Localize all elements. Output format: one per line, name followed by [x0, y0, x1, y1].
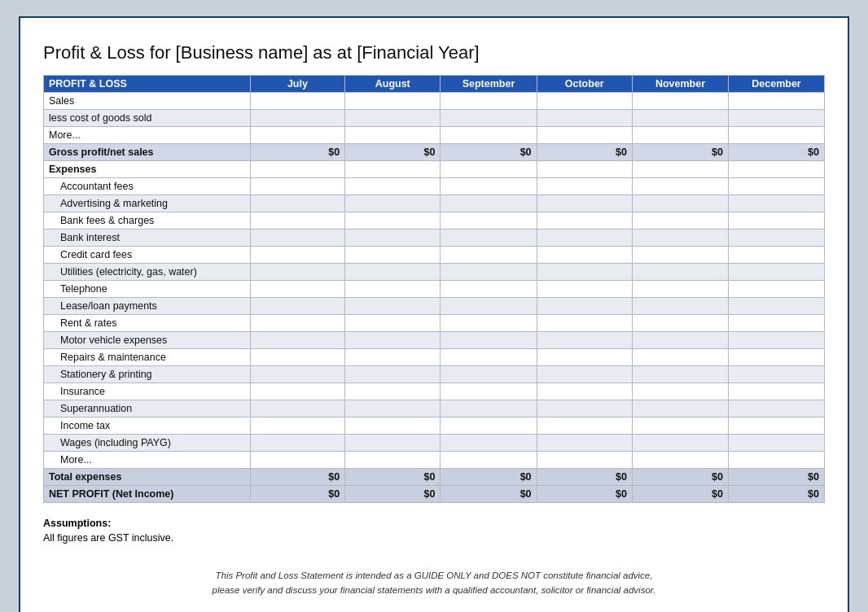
row-value: $0	[250, 469, 344, 486]
table-row: Advertising & marketing	[44, 195, 825, 212]
row-value	[441, 400, 537, 417]
row-value	[537, 298, 632, 315]
header-label: PROFIT & LOSS	[44, 76, 251, 93]
table-row: Expenses	[44, 161, 825, 178]
header-month-october: October	[537, 76, 632, 93]
row-value	[537, 281, 632, 298]
row-value: $0	[345, 486, 441, 503]
row-value	[632, 230, 728, 247]
row-value	[345, 264, 441, 281]
row-value: $0	[250, 486, 344, 503]
row-value	[632, 315, 728, 332]
row-value	[441, 264, 537, 281]
table-row: NET PROFIT (Net Income)$0$0$0$0$0$0	[44, 486, 825, 503]
header-month-july: July	[250, 76, 344, 93]
row-value	[537, 349, 632, 366]
row-value: $0	[728, 469, 824, 486]
row-value	[441, 212, 537, 230]
row-value	[441, 332, 537, 349]
row-value	[441, 230, 537, 247]
profit-loss-table: PROFIT & LOSSJulyAugustSeptemberOctoberN…	[43, 75, 825, 503]
row-value	[537, 247, 632, 264]
row-value: $0	[441, 469, 537, 486]
row-value	[441, 383, 537, 400]
row-value	[728, 417, 824, 435]
row-value	[537, 93, 632, 110]
row-value: $0	[250, 144, 344, 161]
row-value	[250, 281, 344, 298]
header-month-november: November	[632, 76, 728, 93]
row-value	[345, 298, 441, 315]
row-label: Total expenses	[44, 469, 251, 486]
row-value	[345, 161, 441, 178]
row-value	[250, 247, 344, 264]
row-value	[728, 230, 824, 247]
row-value	[728, 212, 824, 230]
row-value	[728, 178, 824, 195]
table-row: More...	[44, 127, 825, 144]
row-value	[537, 230, 632, 247]
row-label: Stationery & printing	[44, 366, 251, 383]
row-value	[250, 212, 344, 230]
row-value: $0	[728, 144, 824, 161]
table-row: More...	[44, 452, 825, 469]
row-label: Accountant fees	[44, 178, 251, 195]
row-value	[345, 93, 441, 110]
row-label: Rent & rates	[44, 315, 251, 332]
header-month-august: August	[345, 76, 441, 93]
table-row: Credit card fees	[44, 247, 825, 264]
assumptions-section: Assumptions: All figures are GST inclusi…	[43, 518, 825, 544]
table-row: Superannuation	[44, 400, 825, 417]
table-row: Repairs & maintenance	[44, 349, 825, 366]
row-value	[345, 127, 441, 144]
row-value	[632, 298, 728, 315]
row-value	[345, 435, 441, 452]
row-value	[632, 127, 728, 144]
row-value	[632, 161, 728, 178]
row-label: Superannuation	[44, 400, 251, 417]
row-value	[537, 400, 632, 417]
row-value	[632, 400, 728, 417]
row-value	[537, 383, 632, 400]
row-value	[250, 332, 344, 349]
row-value	[632, 435, 728, 452]
row-value	[537, 110, 632, 127]
row-label: less cost of goods sold	[44, 110, 251, 127]
row-value	[250, 452, 344, 469]
table-row: Stationery & printing	[44, 366, 825, 383]
row-label: Gross profit/net sales	[44, 144, 251, 161]
row-label: Sales	[44, 93, 251, 110]
row-value: $0	[632, 486, 728, 503]
row-value	[250, 161, 344, 178]
row-value	[632, 281, 728, 298]
row-label: More...	[44, 452, 251, 469]
row-value	[728, 195, 824, 212]
row-value	[345, 349, 441, 366]
row-value	[250, 315, 344, 332]
table-row: Bank fees & charges	[44, 212, 825, 230]
row-value	[441, 195, 537, 212]
row-value	[345, 110, 441, 127]
row-value	[345, 366, 441, 383]
row-value	[345, 230, 441, 247]
row-value	[250, 298, 344, 315]
assumptions-title: Assumptions:	[43, 518, 825, 529]
page: Profit & Loss for [Business name] as at …	[19, 16, 849, 612]
row-value	[345, 212, 441, 230]
row-value	[250, 417, 344, 435]
row-value	[345, 383, 441, 400]
row-value	[345, 400, 441, 417]
table-row: Total expenses$0$0$0$0$0$0	[44, 469, 825, 486]
table-row: Wages (including PAYG)	[44, 435, 825, 452]
row-value	[441, 298, 537, 315]
row-value	[537, 452, 632, 469]
row-label: NET PROFIT (Net Income)	[44, 486, 251, 503]
row-value: $0	[345, 469, 441, 486]
table-row: Insurance	[44, 383, 825, 400]
row-value	[537, 127, 632, 144]
row-label: Wages (including PAYG)	[44, 435, 251, 452]
table-row: Utilities (electricity, gas, water)	[44, 264, 825, 281]
row-value	[728, 315, 824, 332]
row-value	[441, 93, 537, 110]
row-label: Motor vehicle expenses	[44, 332, 251, 349]
